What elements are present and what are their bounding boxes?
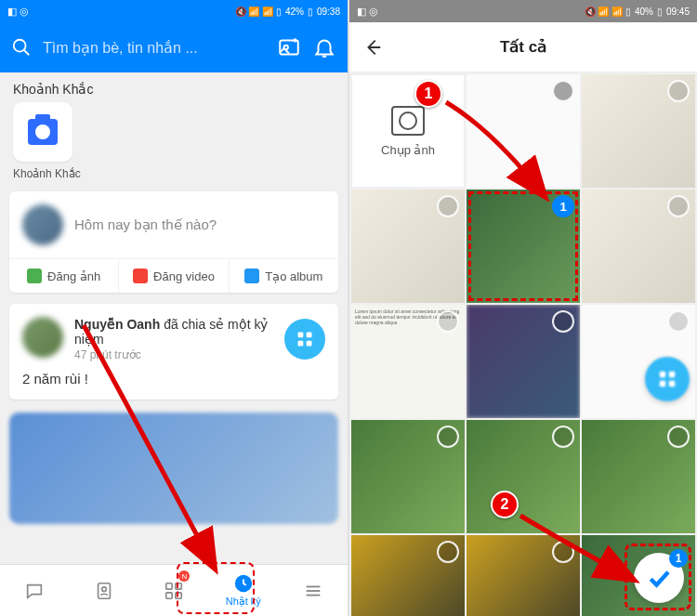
- menu-icon: [303, 581, 323, 601]
- status-left-icons: ◧ ◎: [7, 6, 29, 18]
- clock: 09:45: [666, 7, 690, 17]
- svg-rect-11: [176, 583, 181, 588]
- svg-rect-20: [660, 381, 665, 387]
- chat-icon: [24, 581, 45, 601]
- tab-messages[interactable]: [0, 565, 70, 616]
- feed-screen: ◧ ◎ 🔇 📶 📶 ▯ 42% ▯ 09:38 Tìm bạn bè, tin …: [0, 0, 348, 616]
- select-circle[interactable]: [667, 426, 690, 448]
- gallery-item[interactable]: [582, 74, 695, 188]
- add-photo-icon[interactable]: [277, 35, 301, 59]
- clock-icon: [233, 573, 254, 594]
- select-circle[interactable]: [437, 195, 459, 217]
- select-circle[interactable]: [552, 541, 574, 563]
- capture-label: Chụp ảnh: [381, 143, 435, 157]
- svg-point-0: [14, 40, 26, 52]
- gallery-item[interactable]: [582, 420, 695, 533]
- select-circle[interactable]: [552, 426, 574, 448]
- gallery-item[interactable]: [467, 74, 580, 188]
- battery-percent: 42%: [285, 7, 304, 17]
- status-bar: ◧ ◎ 🔇 📶 📶 ▯ 42% ▯ 09:38: [0, 0, 348, 22]
- gallery-item[interactable]: [351, 190, 465, 303]
- gallery-item[interactable]: [467, 535, 580, 616]
- apps-fab-icon[interactable]: [284, 319, 325, 360]
- svg-rect-6: [298, 341, 304, 347]
- status-right-cluster: 🔇 📶 📶 ▯ 42% ▯ 09:38: [235, 7, 340, 17]
- tab-discover[interactable]: N: [139, 565, 209, 616]
- apps-fab[interactable]: [645, 357, 690, 401]
- select-circle-selected[interactable]: 1: [552, 195, 574, 217]
- post-photo-label: Đăng ảnh: [47, 269, 100, 283]
- tab-diary[interactable]: Nhật ký: [208, 565, 278, 616]
- notifications-icon[interactable]: [312, 35, 336, 59]
- composer-row[interactable]: Hôm nay bạn thế nào?: [9, 191, 338, 258]
- capture-photo-button[interactable]: Chụp ảnh: [351, 74, 465, 188]
- annotation-step-2: 2: [491, 491, 519, 518]
- gallery-title[interactable]: Tất cả: [396, 37, 651, 57]
- post-time: 47 phút trước: [74, 348, 273, 361]
- post-avatar[interactable]: [22, 317, 63, 358]
- tab-contacts[interactable]: [70, 565, 139, 616]
- camera-icon: [391, 106, 425, 136]
- composer-card: Hôm nay bạn thế nào? Đăng ảnh Đăng video…: [9, 191, 338, 293]
- composer-prompt[interactable]: Hôm nay bạn thế nào?: [74, 216, 217, 233]
- gallery-item[interactable]: [582, 190, 695, 303]
- back-button[interactable]: [362, 37, 383, 58]
- video-icon: [133, 269, 148, 283]
- gallery-item[interactable]: [351, 535, 465, 616]
- discover-badge: N: [178, 570, 190, 582]
- post-image[interactable]: [9, 413, 338, 524]
- select-circle[interactable]: [552, 310, 574, 333]
- bottom-nav: N Nhật ký: [0, 564, 348, 616]
- select-circle[interactable]: [667, 80, 690, 102]
- create-album-label: Tạo album: [265, 269, 322, 283]
- select-circle[interactable]: [667, 195, 690, 217]
- select-circle[interactable]: [437, 426, 459, 448]
- select-circle[interactable]: [437, 310, 459, 333]
- camera-icon: [28, 119, 58, 145]
- gallery-item[interactable]: [467, 305, 580, 418]
- tab-more[interactable]: [278, 565, 348, 616]
- svg-rect-7: [307, 341, 312, 347]
- feed-post: Nguyễn Oanh đã chia sẻ một kỷ niệm 47 ph…: [9, 304, 338, 400]
- select-circle[interactable]: [552, 80, 574, 102]
- annotation-step-1: 1: [414, 80, 442, 108]
- status-left-icons: ◧ ◎: [357, 6, 378, 18]
- search-input[interactable]: Tìm bạn bè, tin nhắn ...: [43, 39, 266, 57]
- select-circle[interactable]: [667, 310, 690, 333]
- svg-rect-13: [176, 592, 181, 597]
- moments-title: Khoảnh Khắc: [0, 72, 348, 102]
- svg-point-9: [102, 586, 107, 591]
- post-photo-button[interactable]: Đăng ảnh: [9, 259, 119, 293]
- create-album-button[interactable]: Tạo album: [230, 259, 338, 293]
- tab-diary-label: Nhật ký: [226, 596, 261, 608]
- svg-rect-4: [298, 333, 304, 338]
- album-icon: [244, 269, 259, 283]
- svg-rect-18: [660, 372, 665, 377]
- gallery-item[interactable]: [351, 420, 465, 533]
- clock: 09:38: [317, 7, 340, 17]
- gallery-item[interactable]: Lorem ipsum dolor sit amet consectetur a…: [351, 305, 465, 418]
- confirm-badge: 1: [669, 549, 688, 568]
- gallery-item[interactable]: [467, 420, 580, 533]
- contact-icon: [94, 581, 114, 601]
- battery-icon: ▯: [308, 7, 313, 17]
- moments-label: Khoảnh Khắc: [13, 167, 348, 180]
- signal-icons: 🔇 📶 📶 ▯: [235, 7, 282, 17]
- svg-rect-19: [669, 372, 675, 377]
- battery-icon: ▯: [657, 7, 663, 17]
- search-icon[interactable]: [11, 37, 32, 58]
- status-bar: ◧ ◎ 🔇 📶 📶 ▯ 40% ▯ 09:45: [349, 0, 697, 22]
- gallery-grid: Chụp ảnh 1 Lorem ipsum dolor sit amet co…: [349, 72, 697, 616]
- post-video-button[interactable]: Đăng video: [119, 259, 229, 293]
- confirm-button[interactable]: 1: [634, 553, 684, 603]
- photo-icon: [27, 269, 42, 283]
- main-header: Tìm bạn bè, tin nhắn ...: [0, 22, 348, 72]
- avatar: [22, 204, 63, 245]
- svg-rect-5: [307, 333, 312, 338]
- svg-rect-10: [166, 583, 172, 588]
- select-circle[interactable]: [437, 541, 459, 563]
- apps-icon: [164, 581, 184, 601]
- add-moment-card[interactable]: [13, 102, 72, 162]
- composer-actions: Đăng ảnh Đăng video Tạo album: [9, 258, 338, 293]
- gallery-item-selected[interactable]: 1: [467, 190, 580, 303]
